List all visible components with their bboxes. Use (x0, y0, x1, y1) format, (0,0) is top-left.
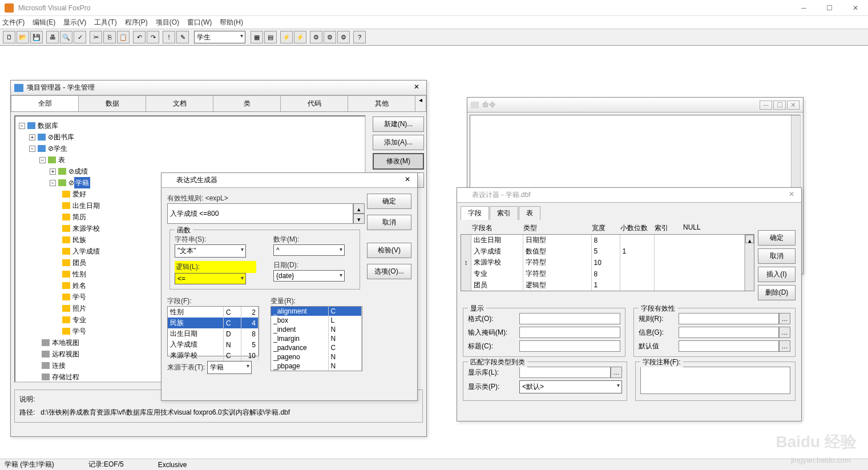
logic-select[interactable]: <= (175, 273, 246, 284)
tab-class[interactable]: 类 (213, 95, 281, 111)
cmd-close-icon[interactable]: ✕ (787, 101, 800, 110)
format-input[interactable] (519, 313, 620, 324)
modify-icon[interactable]: ✎ (176, 31, 189, 43)
help-icon[interactable]: ? (353, 31, 366, 43)
rule-ellipsis-button[interactable]: … (779, 313, 790, 324)
modify-button[interactable]: 修改(M) (373, 153, 424, 170)
td-delete-button[interactable]: 删除(D) (758, 285, 796, 300)
wizard3-icon[interactable]: ⚙ (337, 31, 350, 43)
scroll-up-icon[interactable]: ▴ (353, 203, 365, 214)
ok-button[interactable]: 确定 (367, 194, 411, 209)
spell-icon[interactable]: ✓ (74, 31, 86, 43)
lib-ellipsis-button[interactable]: … (611, 367, 622, 378)
run-icon[interactable]: ! (163, 31, 175, 43)
math-select[interactable]: ^ (273, 244, 345, 256)
tab-data[interactable]: 数据 (78, 95, 146, 111)
menubar: 文件(F) 编辑(E) 显示(V) 工具(T) 程序(P) 项目(O) 窗口(W… (0, 16, 868, 29)
tab-index[interactable]: 索引 (490, 206, 518, 220)
tab-docs[interactable]: 文档 (146, 95, 213, 111)
vars-list[interactable]: _alignmentC_boxL_indentN_lmarginN_padvan… (271, 306, 362, 371)
autoform-icon[interactable]: ⚡ (280, 31, 293, 43)
cmd-max-icon[interactable]: ☐ (773, 101, 786, 110)
msg-input[interactable] (679, 327, 780, 338)
preview-icon[interactable]: 🔍 (60, 31, 72, 43)
td-insert-button[interactable]: 插入(I) (758, 267, 796, 282)
math-label: 数学(M): (273, 235, 355, 244)
str-select[interactable]: "文本" (175, 244, 246, 258)
scroll-down-icon[interactable]: ▾ (353, 214, 365, 224)
msg-ellipsis-button[interactable]: … (779, 327, 790, 338)
new-icon[interactable]: 🗋 (3, 31, 15, 43)
menu-tools[interactable]: 工具(T) (94, 18, 116, 27)
project-title: 项目管理器 - 学生管理 (27, 83, 95, 93)
app-titlebar: Microsoft Visual FoxPro ─ ☐ ✕ (0, 0, 868, 16)
menu-project[interactable]: 项目(O) (156, 18, 179, 27)
menu-view[interactable]: 显示(V) (63, 18, 86, 27)
fields-grid[interactable]: ↕ 出生日期日期型8入学成绩数值型51来源学校字符型10专业字符型8团员逻辑型1… (461, 234, 754, 291)
fields-list[interactable]: 性别C2民族C4出生日期D8入学成绩N5来源学校C10 (167, 306, 259, 356)
verify-button[interactable]: 检验(V) (367, 243, 411, 258)
expression-builder-window: 表达式生成器 ✕ 有效性规则: <expL> ▴▾ 函数 字符串(S): "文本… (161, 172, 418, 401)
tab-code[interactable]: 代码 (280, 95, 348, 111)
maximize-button[interactable]: ☐ (817, 0, 842, 16)
date-select[interactable]: {date} (273, 270, 345, 282)
menu-program[interactable]: 程序(P) (125, 18, 148, 27)
cmd-min-icon[interactable]: ─ (760, 101, 772, 110)
mask-input[interactable] (519, 327, 620, 338)
copy-icon[interactable]: ⎘ (103, 31, 116, 43)
foxpro-icon (165, 176, 173, 184)
project-tabs: 全部 数据 文档 类 代码 其他 ◂ (11, 95, 426, 112)
from-label: 来源于表(T): (167, 363, 205, 371)
cmd-icon (471, 102, 479, 109)
expr-close-icon[interactable]: ✕ (403, 175, 414, 186)
row-selector-icon[interactable]: ↕ (465, 259, 468, 267)
add-button[interactable]: 添加(A)... (373, 135, 424, 150)
minimize-button[interactable]: ─ (791, 0, 817, 16)
wizard-icon[interactable]: ⚙ (310, 31, 322, 43)
status-record: 记录:EOF/5 (88, 460, 124, 469)
project-close-icon[interactable]: ✕ (413, 83, 423, 93)
paste-icon[interactable]: 📋 (117, 31, 130, 43)
td-close-icon[interactable]: ✕ (788, 190, 798, 200)
path-label: 路径: (19, 408, 35, 416)
td-ok-button[interactable]: 确定 (758, 230, 796, 246)
save-icon[interactable]: 💾 (30, 31, 43, 43)
rule-input[interactable] (679, 313, 780, 324)
table-designer-window: 表设计器 - 学籍.dbf ✕ 字段 索引 表 字段名 类型 宽度 小数位数 索… (457, 187, 802, 421)
menu-help[interactable]: 帮助(H) (220, 18, 243, 27)
class-select[interactable]: <默认> (519, 380, 622, 393)
cut-icon[interactable]: ✂ (90, 31, 102, 43)
db-select[interactable]: 学生 (194, 31, 245, 43)
undo-icon[interactable]: ↶ (133, 31, 146, 43)
menu-file[interactable]: 文件(F) (2, 18, 25, 27)
td-title: 表设计器 - 学籍.dbf (472, 190, 531, 200)
wizard2-icon[interactable]: ⚙ (324, 31, 336, 43)
redo-icon[interactable]: ↷ (147, 31, 159, 43)
cancel-button[interactable]: 取消 (367, 215, 411, 230)
autoreport-icon[interactable]: ⚡ (294, 31, 306, 43)
toolbar: 🗋 📂 💾 🖶 🔍 ✓ ✂ ⎘ 📋 ↶ ↷ ! ✎ 学生 ▦ ▤ ⚡ ⚡ ⚙ ⚙… (0, 29, 868, 46)
menu-window[interactable]: 窗口(W) (187, 18, 212, 27)
open-icon[interactable]: 📂 (17, 31, 29, 43)
lib-input[interactable] (519, 367, 611, 378)
caption-input[interactable] (519, 340, 620, 352)
comment-textarea[interactable] (640, 367, 790, 394)
td-cancel-button[interactable]: 取消 (758, 248, 796, 264)
report-icon[interactable]: ▤ (264, 31, 277, 43)
new-button[interactable]: 新建(N)... (373, 117, 424, 132)
close-button[interactable]: ✕ (842, 0, 868, 16)
menu-edit[interactable]: 编辑(E) (33, 18, 55, 27)
tab-table[interactable]: 表 (519, 206, 540, 220)
tab-all[interactable]: 全部 (11, 95, 79, 111)
tab-collapse-icon[interactable]: ◂ (415, 95, 426, 111)
tab-other[interactable]: 其他 (348, 95, 415, 111)
tab-fields[interactable]: 字段 (461, 206, 489, 220)
from-select[interactable]: 学籍 (207, 361, 252, 374)
expr-input[interactable] (167, 203, 353, 224)
options-button[interactable]: 选项(O)... (367, 264, 411, 279)
form-icon[interactable]: ▦ (251, 31, 263, 43)
default-input[interactable] (679, 340, 780, 352)
print-icon[interactable]: 🖶 (46, 31, 59, 43)
desc-label: 说明: (19, 395, 35, 403)
default-ellipsis-button[interactable]: … (779, 340, 790, 352)
